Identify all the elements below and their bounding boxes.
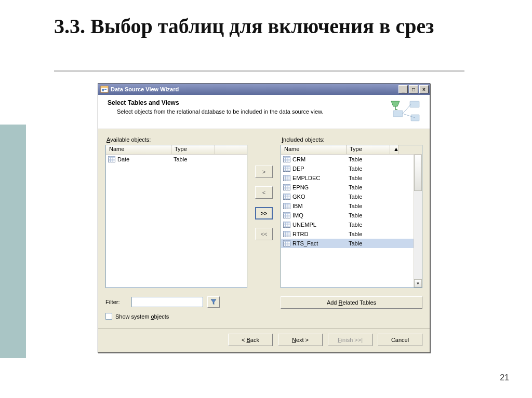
- table-icon: [283, 175, 290, 181]
- table-row[interactable]: RTRDTable: [281, 229, 414, 239]
- close-button[interactable]: ×: [419, 85, 429, 93]
- filter-label: Filter:: [105, 299, 127, 305]
- finish-button[interactable]: Finish >>|: [328, 334, 373, 346]
- scroll-down-button[interactable]: ▼: [414, 279, 422, 287]
- move-all-left-button[interactable]: <<: [255, 228, 273, 240]
- wizard-footer: < Back Next > Finish >>| Cancel: [98, 328, 430, 352]
- scrollbar[interactable]: ▼: [414, 155, 422, 287]
- table-icon: [283, 184, 290, 190]
- table-row[interactable]: IBMTable: [281, 201, 414, 211]
- maximize-button[interactable]: □: [409, 85, 418, 93]
- table-row[interactable]: RTS_FactTable: [281, 239, 414, 248]
- minimize-button[interactable]: _: [398, 85, 408, 93]
- col-type-header[interactable]: Type: [171, 145, 215, 154]
- table-row[interactable]: UNEMPLTable: [281, 220, 414, 229]
- svg-rect-45: [284, 203, 290, 205]
- table-row[interactable]: IMQTable: [281, 211, 414, 220]
- svg-rect-2: [102, 89, 104, 90]
- scrollbar-thumb[interactable]: [414, 155, 422, 191]
- titlebar[interactable]: Data Source View Wizard _ □ ×: [98, 84, 430, 95]
- window-icon: [100, 85, 109, 93]
- back-button[interactable]: < Back: [228, 334, 273, 346]
- table-row[interactable]: GKOTable: [281, 192, 414, 201]
- svg-rect-5: [410, 101, 419, 107]
- svg-rect-63: [284, 231, 290, 233]
- add-related-tables-button[interactable]: Add Related Tables: [281, 296, 422, 309]
- list-header: Name Type ▲: [281, 145, 422, 155]
- move-left-button[interactable]: <: [255, 186, 273, 199]
- svg-rect-51: [284, 213, 290, 214]
- wizard-window: Data Source View Wizard _ □ × Select Tab…: [98, 83, 430, 353]
- col-type-header[interactable]: Type: [347, 145, 390, 154]
- table-icon: [283, 203, 290, 209]
- next-button[interactable]: Next >: [278, 334, 323, 346]
- table-icon: [283, 212, 290, 218]
- filter-apply-button[interactable]: [207, 296, 220, 308]
- slide-title: 3.3. Выбор таблиц для включения в срез: [54, 15, 434, 38]
- window-title: Data Source View Wizard: [111, 86, 397, 92]
- included-objects-list[interactable]: Name Type ▲ CRMTableDEPTableEMPLDECTable…: [281, 145, 422, 288]
- cancel-button[interactable]: Cancel: [378, 334, 422, 346]
- move-right-button[interactable]: >: [255, 166, 273, 178]
- svg-rect-6: [393, 111, 403, 117]
- table-row[interactable]: EMPLDECTable: [281, 173, 414, 183]
- table-icon: [283, 231, 290, 237]
- table-icon: [108, 156, 115, 162]
- svg-rect-9: [109, 157, 115, 158]
- table-icon: [283, 222, 290, 228]
- move-all-right-button[interactable]: >>: [255, 207, 273, 219]
- available-objects-label: Available objects:: [107, 136, 247, 143]
- col-name-header[interactable]: Name: [281, 145, 347, 154]
- table-row[interactable]: EPNGTable: [281, 183, 414, 192]
- wizard-step-title: Select Tables and Views: [108, 99, 423, 106]
- table-row[interactable]: DEPTable: [281, 164, 414, 173]
- col-name-header[interactable]: Name: [106, 145, 171, 154]
- table-icon: [283, 240, 290, 246]
- svg-rect-69: [284, 241, 290, 242]
- included-objects-label: Included objects:: [282, 136, 422, 143]
- table-row[interactable]: DateTable: [106, 155, 247, 164]
- scroll-header-spacer: ▲: [390, 145, 398, 154]
- svg-rect-57: [284, 222, 290, 224]
- wizard-header-graphic: [390, 99, 423, 124]
- show-system-objects-label: Show system objects: [115, 313, 169, 320]
- show-system-objects-checkbox[interactable]: Show system objects: [105, 313, 247, 320]
- svg-rect-39: [284, 194, 290, 196]
- table-icon: [283, 166, 290, 172]
- list-header: Name Type: [106, 145, 247, 155]
- svg-rect-3: [104, 89, 107, 90]
- slide-accent: [0, 125, 26, 358]
- svg-rect-1: [101, 86, 108, 88]
- svg-rect-4: [102, 90, 104, 91]
- svg-rect-15: [284, 157, 290, 158]
- title-underline: [54, 71, 464, 72]
- table-icon: [283, 156, 290, 162]
- available-objects-list[interactable]: Name Type DateTable: [105, 145, 247, 288]
- table-row[interactable]: CRMTable: [281, 155, 414, 164]
- svg-rect-27: [284, 175, 290, 177]
- checkbox-icon: [105, 313, 112, 320]
- page-number: 21: [500, 373, 509, 382]
- svg-rect-33: [284, 185, 290, 186]
- wizard-step-subtitle: Select objects from the relational datab…: [117, 108, 335, 116]
- filter-input[interactable]: [131, 297, 203, 307]
- wizard-header: Select Tables and Views Select objects f…: [98, 95, 430, 129]
- table-icon: [283, 194, 290, 200]
- svg-rect-21: [284, 166, 290, 168]
